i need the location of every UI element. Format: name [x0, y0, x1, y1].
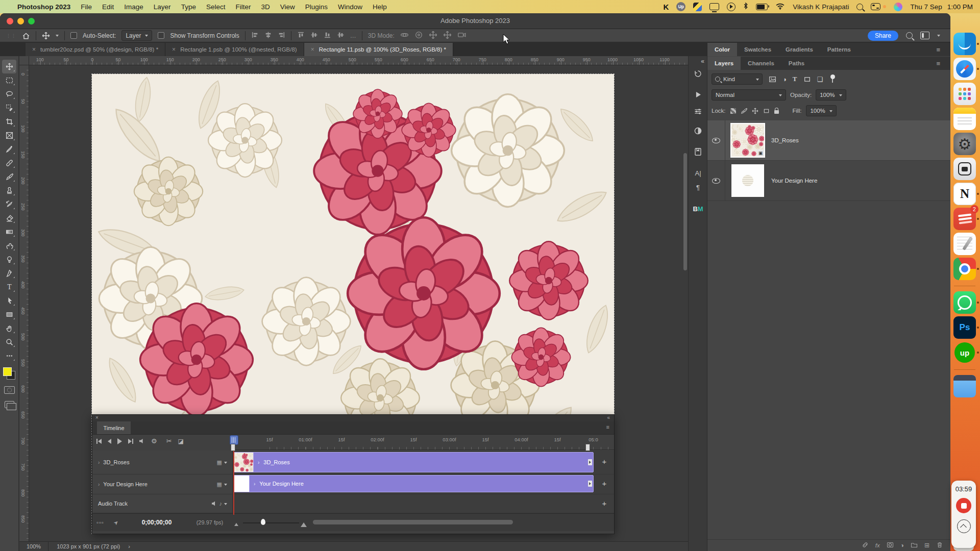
more-align-options-icon[interactable]: …	[350, 32, 356, 39]
timeline-ruler[interactable]: 15f01:00f15f02:00f15f03:00f15f04:00f15f0…	[233, 434, 614, 450]
canvas-vertical-scrollbar[interactable]	[683, 153, 687, 270]
zoom-tool[interactable]	[2, 335, 16, 349]
speaker-icon[interactable]	[212, 501, 217, 506]
previous-frame-button[interactable]	[108, 439, 111, 444]
menu-app-name[interactable]: Photoshop 2023	[17, 3, 70, 11]
track-label-audio[interactable]: Audio Track ♪	[92, 494, 233, 513]
frames-icon[interactable]: ▦	[217, 459, 222, 466]
filter-adjustment-layers-icon[interactable]: ◑	[782, 76, 787, 83]
share-button[interactable]: Share	[868, 31, 898, 41]
clone-stamp-tool[interactable]	[2, 184, 16, 197]
menu-window[interactable]: Window	[338, 3, 362, 11]
crop-tool[interactable]	[2, 115, 16, 129]
timeline-tab[interactable]: Timeline	[97, 421, 131, 434]
todoist-dock-icon[interactable]: 2	[953, 208, 976, 230]
layer-thumbnail[interactable]: ▣	[731, 124, 764, 157]
show-transform-controls-checkbox[interactable]	[158, 32, 164, 39]
fill-field[interactable]: 100%	[806, 105, 836, 116]
lock-artboard-icon[interactable]	[763, 108, 770, 114]
play-button[interactable]	[117, 438, 122, 444]
tool-preset-chevron-icon[interactable]	[56, 35, 59, 38]
adjustment-layer-icon[interactable]: ◑	[900, 542, 904, 549]
clip-end-handle[interactable]	[588, 481, 592, 487]
gradient-tool[interactable]	[2, 225, 16, 239]
music-note-icon[interactable]: ♪	[219, 500, 223, 507]
stop-recording-button[interactable]	[956, 498, 971, 513]
expand-track-icon[interactable]: ›	[98, 460, 100, 465]
bluetooth-status-icon[interactable]	[743, 2, 748, 11]
document-tab[interactable]: × Rectangle 1.psb @ 100% (@nested, RGB/8…	[165, 43, 304, 56]
pen-tool[interactable]	[2, 266, 16, 280]
collapse-panel-icon[interactable]: «	[607, 415, 610, 420]
upwork-dock-icon[interactable]: up	[953, 341, 976, 364]
foreground-color-swatch[interactable]	[3, 367, 12, 376]
zoom-out-timeline-icon[interactable]	[234, 521, 238, 526]
lock-pixels-icon[interactable]	[741, 108, 747, 114]
actions-panel-icon[interactable]	[689, 90, 707, 99]
siri-icon[interactable]	[894, 3, 902, 11]
hand-tool[interactable]	[2, 321, 16, 335]
menu-edit[interactable]: Edit	[102, 3, 114, 11]
layer-name[interactable]: 3D_Roses	[771, 137, 799, 143]
track-label-your-design-here[interactable]: › Your Design Here ▦	[92, 474, 233, 494]
properties-panel-icon[interactable]	[689, 107, 707, 116]
frames-icon[interactable]: ▦	[217, 481, 222, 488]
menu-layer[interactable]: Layer	[154, 3, 171, 11]
menubar-clock[interactable]: Thu 7 Sep 1:00 PM	[910, 3, 973, 11]
layer-style-icon[interactable]: fx	[875, 542, 880, 548]
video-clip-3d-roses[interactable]: › 3D_Roses	[233, 452, 594, 472]
close-tab-icon[interactable]: ×	[32, 46, 36, 53]
clip-end-handle[interactable]	[588, 459, 592, 465]
auto-select-checkbox[interactable]	[70, 32, 77, 39]
split-clip-scissors-icon[interactable]: ✂	[166, 437, 172, 445]
layer-row-your-design-here[interactable]: Your Design Here	[707, 161, 950, 201]
folder-dock-icon[interactable]	[953, 375, 976, 397]
layer-row-3d-roses[interactable]: ▣ 3D_Roses	[707, 120, 950, 161]
search-icon[interactable]	[906, 32, 913, 39]
home-button[interactable]	[22, 32, 30, 40]
menu-type[interactable]: Type	[181, 3, 196, 11]
close-tab-icon[interactable]: ×	[172, 46, 176, 53]
input-source-status-icon[interactable]	[693, 3, 702, 11]
edit-toolbar-icon[interactable]	[2, 349, 16, 363]
panel-tab[interactable]: Paths	[781, 57, 812, 70]
brush-tool[interactable]	[2, 170, 16, 184]
add-media-button[interactable]: +	[600, 457, 609, 466]
kind-filter-dropdown[interactable]: Kind	[712, 73, 763, 85]
chrome-dock-icon[interactable]	[953, 258, 976, 280]
panel-menu-icon[interactable]: ≡	[606, 424, 609, 430]
zoom-level-field[interactable]: 100%	[19, 542, 48, 551]
3d-camera-icon[interactable]	[457, 31, 466, 41]
layer-visibility-cell[interactable]	[707, 161, 725, 201]
video-clip-your-design-here[interactable]: › Your Design Here	[233, 475, 594, 492]
expand-track-icon[interactable]: ›	[98, 482, 100, 487]
launchpad-dock-icon[interactable]	[953, 83, 976, 105]
spotlight-search-icon[interactable]	[856, 4, 863, 10]
timeline-zoom-thumb[interactable]	[261, 519, 265, 525]
libraries-panel-icon[interactable]	[689, 147, 707, 156]
timeline-zoom-slider[interactable]	[243, 522, 299, 523]
document-tab[interactable]: × Rectangle 11.psb @ 100% (3D_Roses, RGB…	[304, 43, 453, 56]
control-center-icon[interactable]	[871, 3, 880, 10]
chevron-down-icon[interactable]	[224, 503, 227, 507]
move-tool[interactable]	[2, 60, 16, 73]
opacity-field[interactable]: 100%	[816, 89, 846, 101]
ruler-origin-corner[interactable]	[19, 56, 29, 65]
history-panel-icon[interactable]	[689, 69, 707, 78]
filter-pixel-layers-icon[interactable]	[769, 76, 776, 83]
align-center-button[interactable]	[264, 31, 272, 40]
close-panel-icon[interactable]: ×	[95, 415, 99, 420]
align-middle-button[interactable]	[310, 31, 318, 40]
recorder-expand-button[interactable]	[957, 519, 971, 533]
mute-audio-icon[interactable]	[139, 439, 145, 444]
link-layers-icon[interactable]	[862, 541, 869, 550]
flatten-frames-icon[interactable]: ➤	[112, 519, 120, 527]
filter-shape-layers-icon[interactable]	[803, 76, 811, 83]
photoshop-dock-icon[interactable]: Ps	[953, 316, 976, 339]
3d-slide-icon[interactable]	[443, 31, 452, 41]
dodge-tool[interactable]	[2, 253, 16, 266]
transition-icon[interactable]: ◪	[178, 438, 184, 445]
wifi-status-icon[interactable]	[775, 3, 785, 11]
history-brush-tool[interactable]	[2, 197, 16, 211]
panel-tab[interactable]: Layers	[707, 57, 741, 70]
